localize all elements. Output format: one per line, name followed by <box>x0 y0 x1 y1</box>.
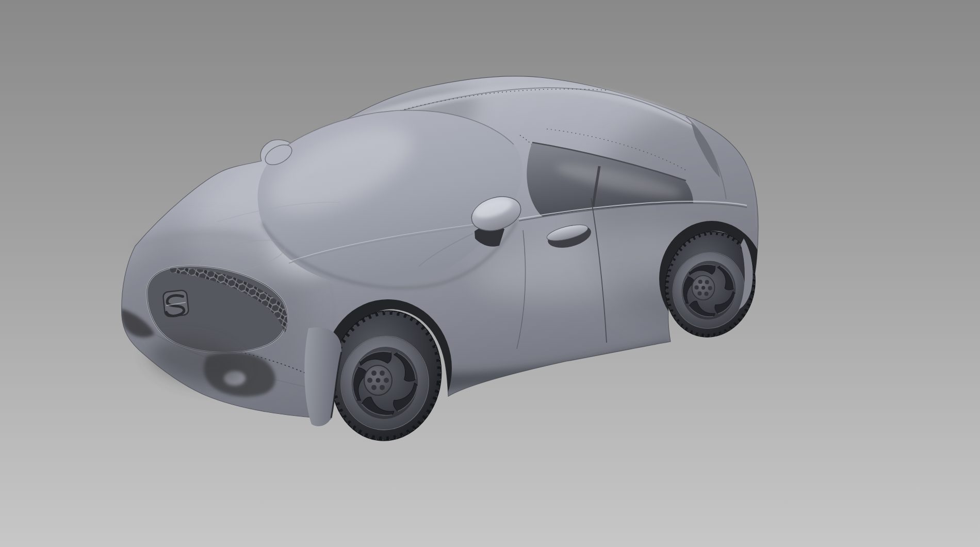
car-3d-render <box>0 0 980 547</box>
viewport-3d[interactable] <box>0 0 980 547</box>
seat-badge-icon <box>163 290 189 317</box>
